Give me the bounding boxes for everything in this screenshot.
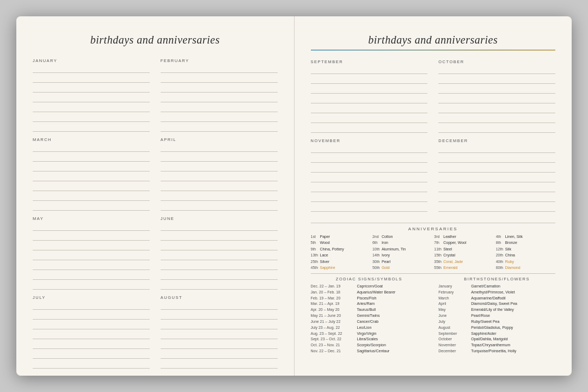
ann-label: Ruby [505, 259, 514, 265]
ann-item: 14thIvory [372, 253, 432, 259]
ann-num: 55th [434, 265, 442, 271]
left-page: birthdays and anniversaries JANUARYFEBRU… [16, 16, 295, 376]
birth-stone: Diamond/Daisy, Sweet Pea [471, 301, 555, 307]
zodiac-row: Sept. 23 – Oct. 22Libra/Scales [311, 336, 428, 342]
write-line [33, 164, 150, 171]
write-line [33, 223, 150, 231]
ann-label: China, Pottery [320, 247, 344, 253]
write-line [438, 106, 555, 113]
ann-num: 4th [496, 234, 504, 240]
ann-label: Cotton [382, 234, 393, 240]
write-line [33, 174, 150, 181]
write-line [161, 75, 278, 83]
write-line [438, 115, 555, 123]
ann-label: Emerald [443, 265, 457, 271]
zodiac-sign: Sagittarius/Centaur [357, 348, 428, 354]
zodiac-date: Apr. 20 – May 20 [311, 307, 357, 313]
month-section: AUGUST [161, 295, 278, 369]
month-label: DECEMBER [438, 138, 555, 143]
zodiac-col: ZODIAC SIGNS/SYMBOLS Dec. 22 – Jan. 19Ca… [311, 277, 428, 354]
ann-num: 60th [496, 265, 504, 271]
write-line [33, 312, 150, 320]
write-line [33, 105, 150, 112]
write-line [161, 65, 278, 73]
ann-item: 40thRuby [496, 259, 555, 265]
write-line [33, 95, 150, 102]
zodiac-row: Dec. 22 – Jan. 19Capricorn/Goat [311, 284, 428, 290]
ann-label: Leather [443, 234, 456, 240]
write-line [161, 302, 278, 310]
write-line [161, 124, 278, 132]
birth-stone: Aquamarine/Daffodil [471, 296, 555, 302]
write-line [311, 145, 428, 153]
write-line [438, 185, 555, 192]
ann-num: 20th [496, 253, 504, 259]
month-section: APRIL [161, 137, 278, 211]
birth-stone: Turquoise/Poinsettia, Holly [471, 348, 555, 354]
ann-item: 5thWood [311, 240, 370, 246]
write-line [161, 174, 278, 181]
ann-label: Diamond [505, 265, 520, 271]
month-label: NOVEMBER [311, 138, 428, 143]
ann-label: Lace [320, 253, 328, 259]
birth-month: July [438, 319, 471, 325]
write-line [161, 154, 278, 162]
birth-month: February [438, 290, 471, 296]
ann-num: 7th [434, 240, 442, 246]
month-label: MARCH [33, 137, 150, 142]
birth-row: DecemberTurquoise/Poinsettia, Holly [438, 348, 555, 354]
ann-item: 7thCopper, Wool [434, 240, 493, 246]
zodiac-row: Apr. 20 – May 20Taurus/Bull [311, 307, 428, 313]
write-line [311, 76, 428, 84]
book: birthdays and anniversaries JANUARYFEBRU… [16, 16, 572, 376]
ann-num: 5th [311, 240, 318, 246]
anniversaries-grid: 1stPaper2ndCotton3rdLeather4thLinen, Sil… [311, 234, 556, 271]
birth-month: June [438, 313, 471, 319]
write-line [438, 165, 555, 173]
write-line [33, 183, 150, 191]
ann-item: 4thLinen, Silk [496, 234, 555, 240]
birth-stone: Ruby/Sweet Pea [471, 319, 555, 325]
ann-item: 3rdLeather [434, 234, 493, 240]
write-line [33, 302, 150, 310]
ann-label: China [505, 253, 515, 259]
birth-stone: Garnet/Carnation [471, 284, 555, 290]
write-line [438, 76, 555, 84]
ann-label: Crystal [443, 253, 455, 259]
month-section: JANUARY [33, 58, 150, 132]
ann-item: 12thSilk [496, 247, 555, 253]
ann-label: Bronze [505, 240, 517, 246]
write-line [161, 164, 278, 171]
write-line [161, 322, 278, 329]
anniversaries-section: ANNIVERSARIES 1stPaper2ndCotton3rdLeathe… [311, 223, 556, 273]
write-line [161, 105, 278, 112]
ann-label: Aluminum, Tin [382, 247, 406, 253]
write-line [33, 144, 150, 152]
zodiac-row: Feb. 19 – Mar. 20Pisces/Fish [311, 296, 428, 302]
write-line [311, 96, 428, 103]
ann-num: 12th [496, 247, 504, 253]
birth-month: May [438, 307, 471, 313]
write-line [33, 75, 150, 83]
birth-month: January [438, 284, 471, 290]
write-line [438, 204, 555, 212]
zodiac-row: June 21 – July 22Cancer/Crab [311, 319, 428, 325]
birth-month: March [438, 296, 471, 302]
right-content: SEPTEMBEROCTOBERNOVEMBERDECEMBER ANNIVER… [311, 59, 556, 365]
zodiac-sign: Scorpio/Scorpion [357, 342, 428, 348]
write-line [311, 66, 428, 74]
write-line [311, 204, 428, 212]
birthstones-col: BIRTHSTONES/FLOWERS JanuaryGarnet/Carnat… [438, 277, 555, 354]
zodiac-sign: Pisces/Fish [357, 296, 428, 302]
zodiac-date: Feb. 19 – Mar. 20 [311, 296, 357, 302]
ann-item: 11thSteel [434, 247, 493, 253]
write-line [161, 193, 278, 201]
write-line [33, 253, 150, 260]
write-line [161, 233, 278, 241]
birth-list: JanuaryGarnet/CarnationFebruaryAmethyst/… [438, 284, 555, 354]
birth-row: AprilDiamond/Daisy, Sweet Pea [438, 301, 555, 307]
zodiac-row: Aug. 23 – Sept. 22Virgo/Virgin [311, 331, 428, 337]
write-line [161, 144, 278, 152]
ann-num: 30th [372, 259, 380, 265]
write-line [33, 322, 150, 329]
